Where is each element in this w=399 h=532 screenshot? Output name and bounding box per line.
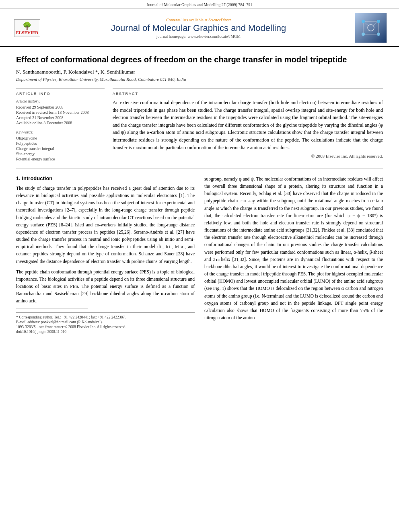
date-received: Received 29 September 2008 — [16, 105, 105, 109]
footnote-separator — [16, 308, 88, 308]
affiliation: Department of Physics, Bharathiar Univer… — [16, 77, 383, 82]
copyright: © 2008 Elsevier Inc. All rights reserved… — [113, 154, 383, 158]
intro-para1-text: The study of charge transfer in polypept… — [16, 185, 195, 265]
date-revised: Received in revised form 18 November 200… — [16, 110, 105, 115]
keyword-5: Potential energy surface — [16, 157, 105, 161]
article-info-column: ARTICLE INFO Article history: Received 2… — [16, 88, 105, 162]
introduction-title: 1. Introduction — [16, 175, 195, 181]
right-para1-text: subgroup, namely φ and ψ. The molecular … — [204, 175, 383, 321]
footer-issn: 1093-3263/$ – see front matter © 2008 El… — [16, 325, 195, 329]
elsevier-name: ELSEVIER — [16, 30, 39, 35]
sciencedirect-label: Contents lists available at — [166, 18, 207, 22]
author-names: N. Santhanamooorthi, P. Kolandaivel *, K… — [16, 69, 135, 75]
body-right-column: subgroup, namely φ and ψ. The molecular … — [204, 175, 383, 335]
body-two-col: 1. Introduction The study of charge tran… — [16, 175, 383, 335]
svg-rect-0 — [355, 13, 387, 43]
elsevier-logo: 🌳 ELSEVIER — [12, 19, 42, 37]
abstract-paragraph: An extensive conformational dependence o… — [113, 99, 383, 151]
section-divider — [16, 168, 383, 169]
svg-point-4 — [362, 33, 365, 36]
sciencedirect-link: Contents lists available at ScienceDirec… — [42, 18, 355, 22]
journal-cover-image — [355, 13, 387, 43]
journal-citation: Journal of Molecular Graphics and Modell… — [147, 2, 253, 7]
intro-para2-text: The peptide chain conformation through p… — [16, 268, 195, 305]
abstract-column: ABSTRACT An extensive conformational dep… — [113, 88, 383, 162]
body-left-column: 1. Introduction The study of charge tran… — [16, 175, 195, 335]
svg-point-5 — [377, 33, 380, 36]
svg-point-3 — [377, 20, 380, 23]
article-info-abstract-section: ARTICLE INFO Article history: Received 2… — [16, 88, 383, 162]
top-bar: Journal of Molecular Graphics and Modell… — [0, 0, 399, 9]
footnote-author: * Corresponding author. Tel.: +91 422 24… — [16, 315, 195, 319]
main-content: Effect of conformational degrees of free… — [0, 47, 399, 343]
svg-point-2 — [362, 20, 365, 23]
intro-paragraph-2: The peptide chain conformation through p… — [16, 268, 195, 305]
date-online: Available online 3 December 2008 — [16, 121, 105, 125]
keywords-label: Keywords: — [16, 130, 105, 134]
article-title: Effect of conformational degrees of free… — [16, 54, 383, 65]
footnote-email: E-mail address: ponkvel@hotmail.com (P. … — [16, 320, 195, 324]
footer: * Corresponding author. Tel.: +91 422 24… — [16, 312, 195, 334]
cover-image-svg — [355, 13, 387, 43]
elsevier-logo-box: 🌳 ELSEVIER — [14, 19, 41, 37]
journal-homepage: journal homepage: www.elsevier.com/locat… — [42, 34, 355, 39]
date-accepted: Accepted 21 November 2008 — [16, 115, 105, 120]
journal-title: Journal of Molecular Graphics and Modell… — [42, 23, 355, 33]
right-paragraph-1: subgroup, namely φ and ψ. The molecular … — [204, 175, 383, 321]
abstract-header: ABSTRACT — [113, 92, 383, 96]
footer-doi: doi:10.1016/j.jmgm.2008.11.010 — [16, 330, 195, 334]
keyword-4: Site-energy — [16, 152, 105, 156]
intro-paragraph-1: The study of charge transfer in polypept… — [16, 185, 195, 265]
abstract-text: An extensive conformational dependence o… — [113, 99, 383, 151]
keyword-2: Polypeptides — [16, 141, 105, 146]
sciencedirect-name: ScienceDirect — [208, 18, 231, 22]
journal-header-center: Contents lists available at ScienceDirec… — [42, 18, 355, 39]
authors: N. Santhanamooorthi, P. Kolandaivel *, K… — [16, 69, 383, 75]
journal-header: 🌳 ELSEVIER Contents lists available at S… — [0, 9, 399, 47]
article-info-header: ARTICLE INFO — [16, 92, 105, 96]
article-history-label: Article history: — [16, 99, 105, 103]
elsevier-tree-icon: 🌳 — [16, 21, 39, 30]
keyword-1: Oligoglycine — [16, 136, 105, 140]
keyword-3: Charge transfer integral — [16, 146, 105, 151]
